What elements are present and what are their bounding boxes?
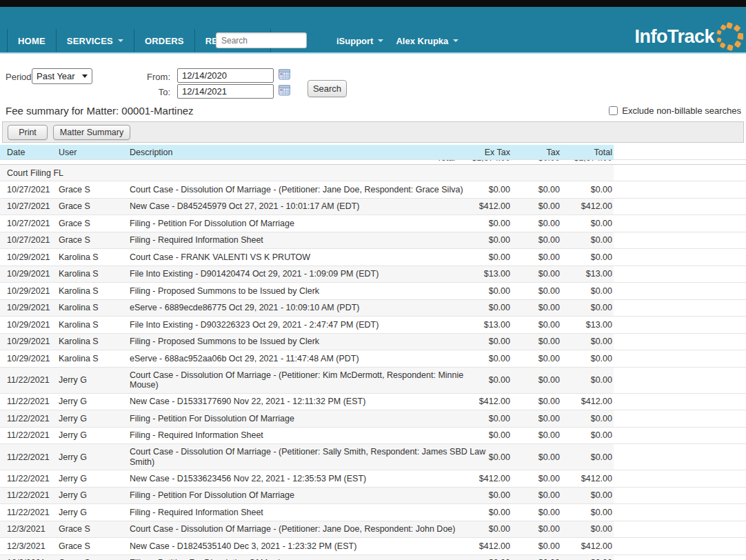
- cell-user: Karolina S: [59, 320, 130, 330]
- cell-date: 11/22/2021: [7, 397, 59, 406]
- total-ex-tax: $1,674.00: [472, 160, 510, 163]
- to-calendar-button[interactable]: [278, 85, 290, 97]
- chevron-down-icon: [82, 74, 88, 78]
- table-row[interactable]: 11/22/2021 Jerry G Filing - Required Inf…: [0, 504, 746, 521]
- cell-total: $0.00: [591, 286, 612, 296]
- cell-date: 12/3/2021: [7, 524, 59, 534]
- cell-ex-tax: $0.00: [489, 286, 510, 296]
- print-button[interactable]: Print: [8, 125, 48, 140]
- matter-summary-button[interactable]: Matter Summary: [53, 125, 130, 140]
- exclude-non-billable-control: Exclude non-billable searches: [609, 106, 741, 116]
- table-row[interactable]: 10/29/2021 Karolina S File Into Existing…: [0, 266, 746, 283]
- cell-date: 11/22/2021: [7, 414, 59, 423]
- top-black-bar: [0, 0, 746, 7]
- period-select[interactable]: Past Year: [32, 68, 92, 84]
- cell-ex-tax: $0.00: [489, 303, 510, 312]
- cell-user: Karolina S: [59, 286, 130, 296]
- nav-tab-services[interactable]: SERVICES: [56, 29, 134, 52]
- exclude-non-billable-checkbox[interactable]: [609, 106, 618, 115]
- calendar-icon: [279, 69, 290, 80]
- column-header-user[interactable]: User: [59, 148, 77, 157]
- cell-date: 10/27/2021: [7, 219, 59, 228]
- column-header-ex-tax[interactable]: Ex Tax: [485, 148, 510, 157]
- cell-date: 11/22/2021: [7, 474, 59, 483]
- cell-tax: $0.00: [538, 201, 560, 211]
- user-menu[interactable]: Alex Krupka: [396, 36, 458, 46]
- nav-tab-home[interactable]: HOME: [7, 29, 56, 52]
- table-row[interactable]: 10/27/2021 Grace S Court Case - Dissolut…: [0, 181, 746, 199]
- table-row[interactable]: 11/22/2021 Jerry G Court Case - Dissolut…: [0, 444, 746, 470]
- page-title: Fee summary for Matter: 00001-Martinez: [6, 105, 194, 117]
- cell-tax: $0.00: [538, 375, 560, 385]
- exclude-non-billable-label[interactable]: Exclude non-billable searches: [622, 106, 741, 116]
- cell-ex-tax: $0.00: [489, 252, 510, 262]
- table-row[interactable]: 11/22/2021 Jerry G Filing - Petition For…: [0, 488, 746, 505]
- cell-total: $0.00: [591, 414, 612, 423]
- cell-tax: $0.00: [538, 490, 560, 500]
- nav-tab-orders[interactable]: ORDERS: [134, 29, 194, 52]
- cell-user: Karolina S: [59, 269, 130, 279]
- column-header-description[interactable]: Description: [130, 148, 173, 157]
- cell-user: Grace S: [59, 185, 130, 194]
- table-row[interactable]: 10/27/2021 Grace S Filing - Petition For…: [0, 215, 746, 232]
- table-row[interactable]: 10/29/2021 Karolina S eServe - 6889ecde8…: [0, 300, 746, 317]
- cell-date: 10/29/2021: [7, 303, 59, 312]
- search-input[interactable]: [216, 36, 331, 46]
- table-row[interactable]: 11/22/2021 Jerry G New Case - D153362345…: [0, 470, 746, 488]
- column-header-date[interactable]: Date: [7, 148, 25, 157]
- cell-description: New Case - D1533623456 Nov 22, 2021 - 12…: [130, 471, 492, 487]
- from-calendar-button[interactable]: [278, 69, 290, 81]
- cell-total: $0.00: [591, 490, 612, 500]
- cell-total: $0.00: [591, 375, 612, 385]
- period-selected-value: Past Year: [37, 71, 75, 81]
- cell-tax: $0.00: [538, 397, 560, 406]
- cell-user: Karolina S: [59, 337, 130, 346]
- cell-tax: $0.00: [538, 414, 560, 423]
- table-row[interactable]: 11/22/2021 Jerry G Filing - Required Inf…: [0, 428, 746, 445]
- table-row[interactable]: 10/29/2021 Karolina S Filing - Proposed …: [0, 283, 746, 300]
- cell-tax: $0.00: [538, 508, 560, 517]
- cell-ex-tax: $13.00: [484, 320, 510, 330]
- to-date-input[interactable]: [177, 84, 274, 99]
- cell-description: Filing - Required Information Sheet: [130, 232, 492, 248]
- from-label: From:: [141, 72, 170, 82]
- cell-total: $0.00: [591, 337, 612, 346]
- table-row[interactable]: 10/27/2021 Grace S Filing - Required Inf…: [0, 232, 746, 250]
- column-header-tax[interactable]: Tax: [547, 148, 560, 157]
- table-row[interactable]: 12/3/2021 Grace S Court Case - Dissoluti…: [0, 521, 746, 539]
- table-row[interactable]: 10/29/2021 Karolina S Filing - Proposed …: [0, 334, 746, 351]
- cell-user: Jerry G: [59, 474, 130, 483]
- table-row[interactable]: 10/29/2021 Karolina S File Into Existing…: [0, 317, 746, 334]
- search-button[interactable]: Search: [308, 80, 347, 97]
- table-row[interactable]: 12/3/2021 Grace S Filing - Petition For …: [0, 555, 746, 560]
- table-row[interactable]: 12/3/2021 Grace S New Case - D1824535140…: [0, 538, 746, 555]
- cell-user: Karolina S: [59, 354, 130, 363]
- table-row[interactable]: 11/22/2021 Jerry G New Case - D153317769…: [0, 394, 746, 411]
- isupport-menu[interactable]: iSupport: [336, 36, 383, 46]
- table-row[interactable]: 11/22/2021 Jerry G Court Case - Dissolut…: [0, 368, 746, 394]
- period-label: Period:: [6, 72, 34, 82]
- cell-ex-tax: $0.00: [489, 235, 510, 245]
- table-row[interactable]: 10/29/2021 Karolina S eServe - 688ac952a…: [0, 350, 746, 368]
- cell-date: 10/29/2021: [7, 337, 59, 346]
- cell-ex-tax: $412.00: [479, 474, 510, 483]
- cell-tax: $0.00: [538, 337, 560, 346]
- table-row[interactable]: 10/27/2021 Grace S New Case - D845245979…: [0, 199, 746, 216]
- cell-ex-tax: $0.00: [489, 490, 510, 500]
- table-row[interactable]: 10/29/2021 Karolina S Court Case - FRANK…: [0, 249, 746, 266]
- cell-date: 10/29/2021: [7, 354, 59, 363]
- cell-total: $0.00: [591, 452, 612, 462]
- from-date-input[interactable]: [177, 68, 274, 83]
- user-name-label: Alex Krupka: [396, 36, 448, 46]
- column-header-total[interactable]: Total: [594, 148, 612, 157]
- cell-date: 10/29/2021: [7, 269, 59, 279]
- table-row[interactable]: 11/22/2021 Jerry G Filing - Petition For…: [0, 410, 746, 428]
- nav-user-links: iSupport Alex Krupka: [336, 29, 458, 52]
- cell-tax: $0.00: [538, 252, 560, 262]
- cell-date: 10/27/2021: [7, 185, 59, 194]
- cell-user: Jerry G: [59, 430, 130, 440]
- cell-description: Filing - Required Information Sheet: [130, 505, 492, 521]
- cell-ex-tax: $0.00: [489, 452, 510, 462]
- cell-description: Court Case - FRANK VALENTI VS K PRUTOW: [130, 250, 492, 266]
- cell-tax: $0.00: [538, 474, 560, 483]
